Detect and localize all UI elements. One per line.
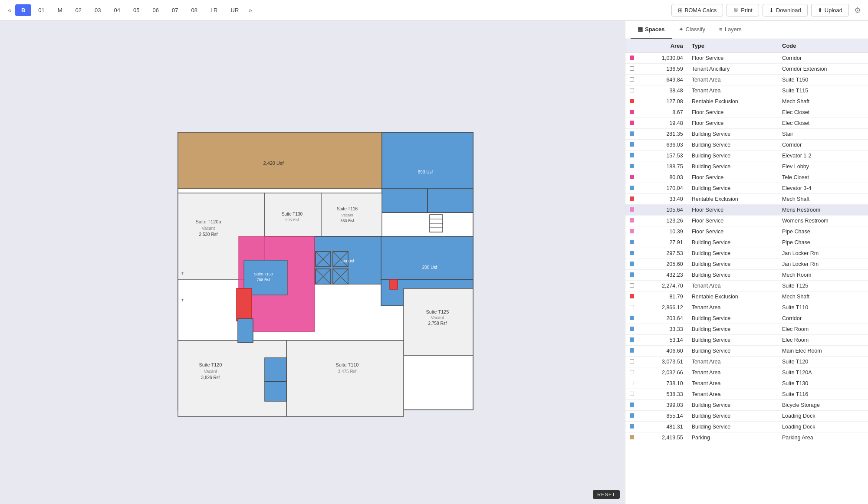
row-color-cell — [625, 226, 638, 237]
floor-tab-lr[interactable]: LR — [204, 4, 224, 16]
upload-button[interactable]: ⬆ Upload — [811, 4, 849, 16]
table-row[interactable]: 481.31Building ServiceLoading Dock — [625, 422, 868, 432]
table-row[interactable]: 81.79Rentable ExclusionMech Shaft — [625, 291, 868, 302]
table-row[interactable]: 33.40Rentable ExclusionMech Shaft — [625, 194, 868, 205]
row-code: Elec Room — [778, 324, 868, 335]
floor-tab-04[interactable]: 04 — [108, 4, 126, 16]
row-color-cell — [625, 367, 638, 378]
floor-tab-06[interactable]: 06 — [146, 4, 164, 16]
row-area: 8.67 — [638, 107, 687, 118]
table-row[interactable]: 53.14Building ServiceElec Room — [625, 335, 868, 346]
row-color-cell — [625, 389, 638, 400]
row-type: Tenant Area — [687, 367, 778, 378]
floor-tab-m[interactable]: M — [52, 4, 69, 16]
table-row[interactable]: 738.10Tenant AreaSuite T130 — [625, 378, 868, 389]
table-row[interactable]: 8.67Floor ServiceElec Closet — [625, 107, 868, 118]
table-row[interactable]: 2,032.66Tenant AreaSuite T120A — [625, 367, 868, 378]
color-dot — [630, 66, 634, 71]
row-area: 10.39 — [638, 226, 687, 237]
row-color-cell — [625, 432, 638, 443]
row-color-cell — [625, 248, 638, 259]
table-row[interactable]: 432.23Building ServiceMech Room — [625, 270, 868, 281]
svg-text:T: T — [181, 298, 184, 302]
table-row[interactable]: 538.33Tenant AreaSuite T116 — [625, 389, 868, 400]
row-code: Loading Dock — [778, 411, 868, 422]
floor-tab-08[interactable]: 08 — [185, 4, 203, 16]
row-area: 399.03 — [638, 400, 687, 411]
table-row[interactable]: 2,419.55ParkingParking Area — [625, 432, 868, 443]
color-dot — [630, 164, 634, 168]
row-code: Elev Lobby — [778, 161, 868, 172]
table-row[interactable]: 127.08Rentable ExclusionMech Shaft — [625, 96, 868, 107]
gear-button[interactable]: ⚙ — [852, 4, 863, 17]
table-row[interactable]: 855.14Building ServiceLoading Dock — [625, 411, 868, 422]
table-row[interactable]: 203.64Building ServiceCorridor — [625, 313, 868, 324]
row-color-cell — [625, 411, 638, 422]
row-type: Building Service — [687, 151, 778, 161]
reset-button[interactable]: RESET — [593, 490, 620, 499]
color-dot — [630, 381, 634, 385]
svg-rect-42 — [265, 358, 286, 382]
row-color-cell — [625, 346, 638, 357]
table-row[interactable]: 27.91Building ServicePipe Chase — [625, 237, 868, 248]
table-row[interactable]: 281.35Building ServiceStair — [625, 129, 868, 140]
table-row[interactable]: 2,866.12Tenant AreaSuite T110 — [625, 302, 868, 313]
table-row[interactable]: 636.03Building ServiceCorridor — [625, 140, 868, 151]
table-row[interactable]: 3,073.51Tenant AreaSuite T120 — [625, 357, 868, 367]
table-row[interactable]: 136.59Tenant AncillaryCorridor Extension — [625, 64, 868, 75]
row-type: Floor Service — [687, 53, 778, 64]
table-row[interactable]: 205.60Building ServiceJan Locker Rm — [625, 259, 868, 270]
top-nav: « B01M02030405060708LRUR » ⊞ BOMA Calcs … — [0, 0, 868, 21]
tab-layers[interactable]: ≡ Layers — [712, 21, 749, 39]
boma-calcs-button[interactable]: ⊞ BOMA Calcs — [671, 4, 723, 16]
row-code: Elec Closet — [778, 107, 868, 118]
table-row[interactable]: 297.53Building ServiceJan Locker Rm — [625, 248, 868, 259]
row-type: Tenant Area — [687, 302, 778, 313]
row-area: 205.60 — [638, 259, 687, 270]
next-arrow[interactable]: » — [246, 5, 255, 16]
table-row[interactable]: 188.75Building ServiceElev Lobby — [625, 161, 868, 172]
table-row[interactable]: 10.39Floor ServicePipe Chase — [625, 226, 868, 237]
download-button[interactable]: ⬇ Download — [763, 4, 808, 16]
table-row[interactable]: 2,274.70Tenant AreaSuite T125 — [625, 281, 868, 291]
row-code: Suite T120A — [778, 367, 868, 378]
floor-tab-ur[interactable]: UR — [225, 4, 245, 16]
table-row[interactable]: 406.60Building ServiceMain Elec Room — [625, 346, 868, 357]
svg-text:2,530 Rsf: 2,530 Rsf — [199, 232, 218, 237]
floor-tab-02[interactable]: 02 — [69, 4, 88, 16]
row-code: Suite T116 — [778, 389, 868, 400]
row-area: 636.03 — [638, 140, 687, 151]
prev-arrow[interactable]: « — [5, 5, 14, 16]
row-color-cell — [625, 194, 638, 205]
floor-tab-01[interactable]: 01 — [32, 4, 50, 16]
row-color-cell — [625, 324, 638, 335]
table-row[interactable]: 123.26Floor ServiceWomens Restroom — [625, 216, 868, 226]
table-row[interactable]: 38.48Tenant AreaSuite T115 — [625, 85, 868, 96]
svg-text:693 Usf: 693 Usf — [418, 170, 433, 174]
table-row[interactable]: 33.33Building ServiceElec Room — [625, 324, 868, 335]
table-row[interactable]: 157.53Building ServiceElevator 1-2 — [625, 151, 868, 161]
tab-classify[interactable]: ✦ Classify — [672, 21, 713, 39]
color-dot — [630, 142, 634, 147]
table-row[interactable]: 80.03Floor ServiceTele Closet — [625, 172, 868, 183]
row-type: Rentable Exclusion — [687, 291, 778, 302]
row-color-cell — [625, 172, 638, 183]
floor-tab-07[interactable]: 07 — [166, 4, 184, 16]
layers-icon: ≡ — [719, 26, 723, 33]
table-row[interactable]: 19.48Floor ServiceElec Closet — [625, 118, 868, 129]
table-row[interactable]: 399.03Building ServiceBicycle Storage — [625, 400, 868, 411]
row-color-cell — [625, 237, 638, 248]
svg-text:Suite T110: Suite T110 — [335, 362, 358, 367]
row-type: Floor Service — [687, 172, 778, 183]
floor-tab-03[interactable]: 03 — [89, 4, 107, 16]
table-row[interactable]: 105.64Floor ServiceMens Restroom — [625, 205, 868, 216]
tab-spaces[interactable]: ▦ Spaces — [631, 21, 672, 39]
table-row[interactable]: 170.04Building ServiceElevator 3-4 — [625, 183, 868, 194]
row-color-cell — [625, 291, 638, 302]
table-row[interactable]: 649.84Tenant AreaSuite T150 — [625, 75, 868, 85]
floor-tab-b[interactable]: B — [15, 4, 31, 16]
floor-tab-05[interactable]: 05 — [127, 4, 145, 16]
table-row[interactable]: 1,030.04Floor ServiceCorridor — [625, 53, 868, 64]
print-button[interactable]: 🖶 Print — [727, 4, 759, 16]
row-code: Suite T150 — [778, 75, 868, 85]
